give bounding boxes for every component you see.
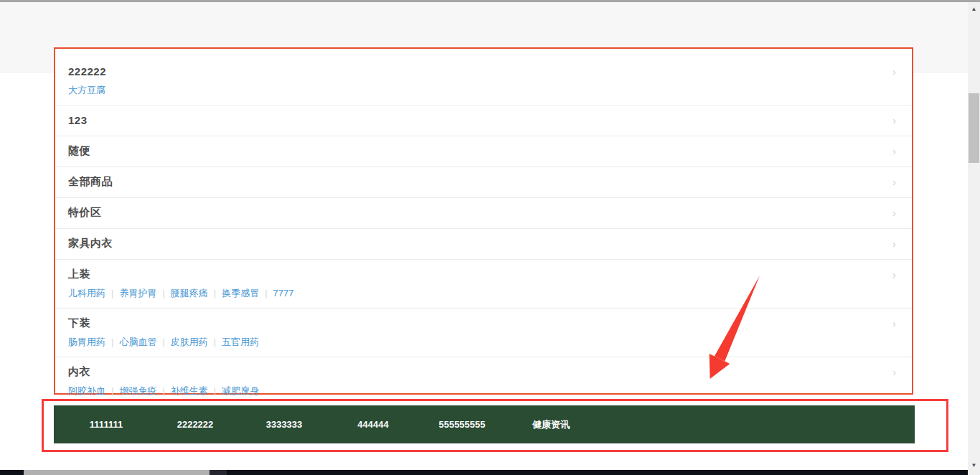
category-title[interactable]: 特价区 (68, 206, 102, 220)
category-links: 阿胶补血|增强免疫|补维生素|减肥廋身 (68, 385, 883, 398)
category-row[interactable]: 随便 › (55, 136, 912, 167)
chevron-right-icon[interactable]: › (892, 238, 896, 249)
taskbar-edge-segment (209, 470, 227, 475)
link-divider: | (111, 385, 113, 396)
category-sublink[interactable]: 养胃护胃 (119, 288, 156, 298)
category-row[interactable]: 222222 › 大方豆腐 (55, 49, 912, 105)
link-divider: | (265, 288, 267, 298)
category-row-head: 下装 › (68, 316, 883, 331)
category-title[interactable]: 222222 (68, 65, 106, 77)
category-links: 儿科用药|养胃护胃|腰腿疼痛|换季感冒|7777 (68, 287, 883, 300)
category-links: 大方豆腐 (68, 84, 883, 97)
footer-nav-item[interactable]: 2222222 (151, 419, 240, 430)
category-title[interactable]: 全部商品 (68, 175, 113, 189)
chevron-right-icon[interactable]: › (892, 177, 896, 187)
chevron-right-icon[interactable]: › (892, 269, 896, 280)
link-divider: | (111, 337, 113, 347)
category-sublink[interactable]: 增强免疫 (119, 385, 156, 396)
category-row-head: 222222 › (68, 64, 883, 79)
vertical-scrollbar[interactable]: ▲ ▼ (968, 2, 980, 475)
category-row-head: 全部商品 › (68, 174, 883, 189)
chevron-right-icon[interactable]: › (892, 318, 896, 329)
category-links: 肠胃用药|心脑血管|皮肤用药|五官用药 (68, 336, 883, 349)
category-title[interactable]: 家具内衣 (68, 237, 113, 250)
category-row-head: 随便 › (68, 144, 883, 159)
category-sublink[interactable]: 补维生素 (171, 385, 208, 396)
category-row[interactable]: 全部商品 › (55, 167, 912, 198)
chevron-right-icon[interactable]: › (892, 66, 896, 77)
footer-nav-item[interactable]: 3333333 (240, 419, 329, 430)
footer-nav-bar: 111111122222223333333444444555555555健康资讯 (54, 405, 915, 443)
chevron-right-icon[interactable]: › (892, 115, 896, 126)
footer-nav-item[interactable]: 健康资讯 (507, 418, 595, 431)
category-sublink[interactable]: 换季感冒 (222, 288, 259, 298)
category-row-head: 内衣 › (68, 365, 883, 380)
footer-nav-item[interactable]: 1111111 (62, 419, 151, 430)
category-sublink[interactable]: 儿科用药 (68, 288, 105, 298)
link-divider: | (162, 337, 164, 347)
taskbar-edge-strip (0, 470, 968, 475)
page: 222222 › 大方豆腐 123 › 随便 › 全部商品 › 特价区 › 家具… (0, 0, 980, 475)
category-row-head: 特价区 › (68, 205, 883, 220)
footer-nav-item[interactable]: 444444 (329, 419, 418, 430)
chevron-right-icon[interactable]: › (892, 146, 896, 156)
link-divider: | (214, 385, 216, 396)
category-row[interactable]: 123 › (55, 105, 912, 136)
category-list-panel: 222222 › 大方豆腐 123 › 随便 › 全部商品 › 特价区 › 家具… (54, 47, 913, 395)
scrollbar-down-arrow-icon[interactable]: ▼ (968, 460, 980, 471)
category-title[interactable]: 随便 (68, 144, 90, 158)
link-divider: | (162, 288, 164, 298)
scrollbar-thumb[interactable] (969, 93, 979, 163)
category-row[interactable]: 内衣 › 阿胶补血|增强免疫|补维生素|减肥廋身 (55, 357, 912, 405)
category-title[interactable]: 下装 (68, 316, 90, 330)
category-row[interactable]: 特价区 › (55, 198, 912, 229)
taskbar-edge-segment (24, 470, 209, 475)
category-sublink[interactable]: 心脑血管 (119, 337, 156, 347)
link-divider: | (162, 385, 164, 396)
category-row-head: 上装 › (68, 267, 883, 282)
category-sublink[interactable]: 7777 (273, 288, 294, 298)
category-sublink[interactable]: 肠胃用药 (68, 337, 105, 347)
chevron-right-icon[interactable]: › (892, 207, 896, 218)
link-divider: | (214, 288, 216, 298)
category-row-head: 123 › (68, 113, 883, 128)
category-row[interactable]: 下装 › 肠胃用药|心脑血管|皮肤用药|五官用药 (55, 309, 912, 357)
link-divider: | (214, 337, 216, 347)
category-title[interactable]: 上装 (68, 268, 90, 281)
category-row-head: 家具内衣 › (68, 236, 883, 251)
category-title[interactable]: 123 (68, 114, 88, 126)
footer-nav-item[interactable]: 555555555 (418, 419, 507, 430)
category-sublink[interactable]: 大方豆腐 (68, 85, 105, 95)
category-sublink[interactable]: 五官用药 (222, 337, 259, 347)
link-divider: | (111, 288, 113, 298)
scrollbar-up-arrow-icon[interactable]: ▲ (968, 4, 980, 15)
category-sublink[interactable]: 阿胶补血 (68, 385, 105, 396)
category-title[interactable]: 内衣 (68, 365, 90, 379)
category-row[interactable]: 上装 › 儿科用药|养胃护胃|腰腿疼痛|换季感冒|7777 (55, 260, 912, 309)
category-sublink[interactable]: 减肥廋身 (222, 385, 259, 396)
chevron-right-icon[interactable]: › (892, 367, 896, 377)
category-sublink[interactable]: 皮肤用药 (171, 337, 208, 347)
category-row[interactable]: 家具内衣 › (55, 229, 912, 260)
category-sublink[interactable]: 腰腿疼痛 (171, 288, 208, 298)
